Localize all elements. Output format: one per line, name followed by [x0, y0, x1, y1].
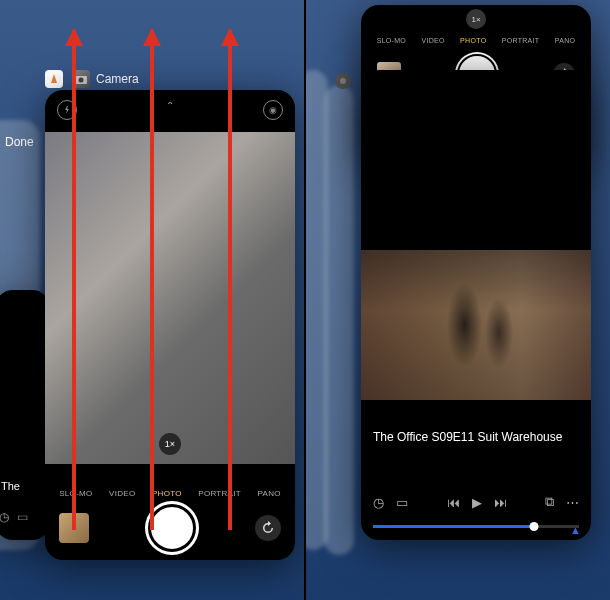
skip-forward-icon[interactable]: ⏭ — [494, 495, 507, 510]
flip-camera-icon[interactable] — [255, 515, 281, 541]
zoom-badge[interactable]: 1× — [159, 433, 181, 455]
swipe-up-arrow — [228, 30, 232, 530]
camera-top-bar: ⌃ ◉ — [45, 90, 295, 130]
mode-video[interactable]: VIDEO — [109, 489, 135, 498]
vlc-icon — [45, 70, 63, 88]
aspect-icon[interactable]: ▭ — [17, 510, 28, 524]
background-card — [324, 85, 354, 555]
svg-point-4 — [340, 78, 346, 84]
svg-point-2 — [79, 78, 84, 83]
chevron-up-icon[interactable]: ⌃ — [166, 100, 174, 120]
camera-bottom-bar — [45, 504, 295, 552]
camera-mode-row: SLO-MO VIDEO PHOTO PORTRAIT PANO — [361, 33, 591, 48]
pip-icon[interactable]: ⧉ — [545, 494, 554, 510]
zoom-badge[interactable]: 1× — [466, 9, 486, 29]
video-frame — [361, 250, 591, 400]
left-screenshot: Camera The ◷ ▭ Done ⌃ ◉ 1× SLO-MO VIDEO … — [0, 0, 306, 600]
mode-photo[interactable]: PHOTO — [152, 489, 182, 498]
aspect-icon[interactable]: ▭ — [396, 495, 408, 510]
camera-app-card[interactable]: ⌃ ◉ 1× SLO-MO VIDEO PHOTO PORTRAIT PANO — [45, 90, 295, 560]
video-title-peek: The — [1, 480, 20, 492]
vlc-app-badge — [45, 70, 63, 88]
mode-pano[interactable]: PANO — [555, 37, 576, 44]
clock-icon[interactable]: ◷ — [0, 510, 9, 524]
shutter-button[interactable] — [148, 504, 196, 552]
swipe-up-arrow — [72, 30, 76, 530]
airplay-icon[interactable]: ▲ — [570, 524, 581, 536]
settings-app-icon — [334, 72, 352, 94]
done-button[interactable]: Done — [5, 135, 34, 149]
skip-back-icon[interactable]: ⏮ — [447, 495, 460, 510]
live-photo-icon[interactable]: ◉ — [263, 100, 283, 120]
progress-fill — [373, 525, 534, 528]
mode-portrait[interactable]: PORTRAIT — [502, 37, 540, 44]
play-icon[interactable]: ▶ — [472, 495, 482, 510]
mode-photo[interactable]: PHOTO — [460, 37, 486, 44]
player-controls-peek: ◷ ▭ — [0, 510, 28, 524]
video-controls-bar: ◷ ▭ ⏮ ▶ ⏭ ⧉ ⋯ — [361, 494, 591, 510]
camera-top-mini: 1× — [361, 5, 591, 33]
swipe-up-arrow — [150, 30, 154, 530]
right-screenshot: 1× SLO-MO VIDEO PHOTO PORTRAIT PANO The … — [306, 0, 610, 600]
mode-pano[interactable]: PANO — [257, 489, 280, 498]
progress-bar[interactable]: ▲ — [373, 525, 579, 528]
mode-slomo[interactable]: SLO-MO — [377, 37, 406, 44]
clock-icon[interactable]: ◷ — [373, 495, 384, 510]
more-icon[interactable]: ⋯ — [566, 495, 579, 510]
video-player-card[interactable]: The Office S09E11 Suit Warehouse ◷ ▭ ⏮ ▶… — [361, 70, 591, 540]
video-content — [361, 250, 591, 400]
mode-portrait[interactable]: PORTRAIT — [198, 489, 241, 498]
camera-app-name: Camera — [96, 72, 139, 86]
mode-video[interactable]: VIDEO — [421, 37, 444, 44]
video-title: The Office S09E11 Suit Warehouse — [373, 430, 579, 444]
progress-knob[interactable] — [529, 522, 538, 531]
video-player-card-peek[interactable]: The ◷ ▭ — [0, 290, 50, 540]
camera-app-label: Camera — [72, 70, 139, 88]
camera-mode-row: SLO-MO VIDEO PHOTO PORTRAIT PANO — [45, 489, 295, 498]
camera-viewfinder — [45, 132, 295, 464]
svg-marker-0 — [51, 74, 57, 83]
